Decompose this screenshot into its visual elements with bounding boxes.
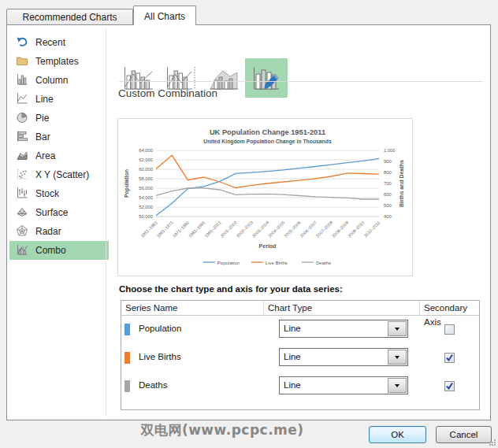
chart-type-dropdown[interactable]: Line (279, 348, 408, 366)
col-series-name: Series Name (121, 301, 263, 315)
sidebar-item-radar[interactable]: Radar (9, 222, 109, 241)
combo-icon (16, 243, 28, 256)
sidebar-item-label: Combo (35, 245, 66, 256)
sidebar-item-label: X Y (Scatter) (35, 169, 89, 180)
svg-text:United Kingdom Population Chan: United Kingdom Population Change in Thou… (203, 139, 332, 145)
sidebar-divider (106, 28, 106, 417)
sidebar-item-label: Pie (35, 113, 49, 124)
svg-text:Population: Population (124, 169, 130, 198)
chart-type-value: Line (284, 377, 301, 394)
series-caption: Choose the chart type and axis for your … (119, 284, 343, 294)
sidebar-item-pie[interactable]: Pie (9, 109, 109, 128)
svg-text:Period: Period (259, 243, 277, 249)
svg-text:2010–2011: 2010–2011 (363, 220, 381, 238)
insert-chart-dialog: Recommended Charts All Charts Recent Tem… (0, 0, 498, 448)
series-name: Population (139, 324, 181, 333)
tab-all-charts[interactable]: All Charts (133, 6, 196, 25)
sidebar-item-label: Column (35, 75, 68, 86)
custom-combination-icon (251, 65, 282, 91)
col-secondary-axis: Secondary Axis (419, 301, 479, 315)
chevron-down-icon (395, 384, 400, 387)
chart-type-sidebar: Recent Templates Column Line Pie Bar Are… (8, 33, 110, 260)
chart-preview-svg: 50,00052,00054,00056,00058,00060,00062,0… (118, 119, 412, 276)
svg-text:Live Births: Live Births (266, 261, 288, 265)
column-icon (16, 73, 28, 86)
ok-button[interactable]: OK (369, 426, 426, 443)
series-name: Live Births (139, 352, 181, 361)
area-icon (16, 149, 28, 161)
svg-text:58,000: 58,000 (139, 176, 153, 181)
surface-icon (16, 205, 28, 218)
series-color-swatch (124, 352, 130, 364)
series-color-swatch (124, 324, 130, 335)
chart-type-value: Line (284, 349, 301, 365)
svg-text:UK Population Change 1951-2011: UK Population Change 1951-2011 (210, 128, 325, 136)
sidebar-item-combo[interactable]: Combo (9, 241, 109, 260)
watermark: 双电网(www.pcpc.me) (112, 421, 333, 439)
tab-recommended-charts[interactable]: Recommended Charts (6, 9, 133, 25)
svg-text:50,000: 50,000 (139, 214, 153, 219)
bar-icon (16, 130, 28, 143)
sidebar-item-templates[interactable]: Templates (9, 52, 109, 71)
secondary-axis-checkbox[interactable] (444, 324, 455, 335)
preset-divider (119, 81, 483, 82)
chart-type-dropdown[interactable]: Line (279, 320, 408, 338)
dropdown-arrow-button[interactable] (388, 350, 407, 365)
svg-text:800: 800 (384, 170, 392, 175)
svg-text:54,000: 54,000 (139, 195, 153, 200)
chart-type-dropdown[interactable]: Line (279, 376, 408, 394)
svg-text:700: 700 (384, 181, 392, 186)
sidebar-item-bar[interactable]: Bar (9, 128, 109, 146)
svg-text:52,000: 52,000 (139, 205, 153, 209)
sidebar-item-label: Radar (35, 226, 61, 237)
series-row: Live Births Line (121, 344, 479, 372)
svg-text:900: 900 (384, 159, 392, 164)
sidebar-item-column[interactable]: Column (9, 71, 109, 90)
pie-icon (16, 111, 28, 124)
chevron-down-icon (395, 328, 400, 331)
svg-text:Population: Population (217, 261, 240, 265)
sidebar-item-x-y-scatter[interactable]: X Y (Scatter) (9, 165, 109, 184)
sidebar-item-area[interactable]: Area (9, 146, 109, 165)
sidebar-item-label: Surface (35, 207, 68, 218)
sidebar-item-label: Templates (35, 56, 79, 67)
sidebar-item-recent[interactable]: Recent (9, 33, 109, 52)
sidebar-item-label: Stock (35, 188, 59, 199)
sidebar-item-line[interactable]: Line (9, 90, 109, 109)
chart-preview: 50,00052,00054,00056,00058,00060,00062,0… (117, 118, 413, 276)
series-table-header: Series Name Chart Type Secondary Axis (121, 301, 479, 316)
svg-text:400: 400 (384, 214, 392, 219)
radar-icon (16, 224, 28, 237)
svg-text:600: 600 (384, 192, 392, 197)
resize-grip[interactable] (489, 439, 496, 446)
svg-text:500: 500 (384, 203, 392, 208)
series-name: Deaths (139, 380, 167, 390)
sidebar-item-stock[interactable]: Stock (9, 184, 109, 203)
svg-text:60,000: 60,000 (139, 167, 153, 172)
sidebar-item-label: Bar (35, 131, 50, 143)
dropdown-arrow-button[interactable] (388, 321, 407, 336)
secondary-axis-checkbox[interactable] (444, 381, 455, 391)
chart-type-value: Line (284, 320, 301, 337)
preset-custom-combination[interactable] (245, 58, 288, 98)
sidebar-item-label: Line (35, 94, 54, 105)
svg-text:Deaths: Deaths (316, 261, 331, 265)
stock-icon (16, 187, 28, 199)
svg-text:64,000: 64,000 (139, 148, 153, 153)
line-icon (16, 92, 28, 105)
sidebar-item-surface[interactable]: Surface (9, 203, 109, 222)
col-chart-type: Chart Type (263, 301, 419, 315)
cancel-button[interactable]: Cancel (436, 426, 492, 443)
svg-text:Births and Deaths: Births and Deaths (399, 160, 404, 207)
series-table: Series Name Chart Type Secondary Axis Po… (121, 300, 480, 410)
secondary-axis-checkbox[interactable] (444, 353, 455, 363)
sidebar-item-label: Area (35, 150, 55, 161)
series-row: Population Line (121, 316, 479, 344)
recent-icon (16, 35, 28, 48)
dropdown-arrow-button[interactable] (388, 378, 407, 393)
svg-text:62,000: 62,000 (139, 157, 153, 162)
chevron-down-icon (395, 356, 400, 359)
templates-icon (16, 54, 28, 67)
all-charts-panel: Recent Templates Column Line Pie Bar Are… (6, 24, 491, 420)
section-title: Custom Combination (118, 87, 217, 99)
